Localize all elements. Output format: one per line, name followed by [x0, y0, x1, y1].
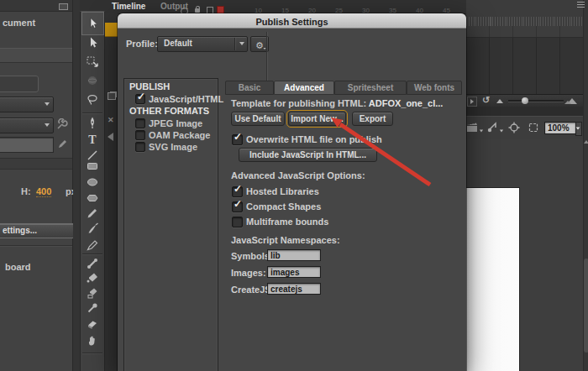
symbols-input[interactable]: [267, 249, 321, 261]
publish-settings-button[interactable]: ettings...: [0, 223, 77, 238]
play-icon: [470, 99, 474, 104]
selection-tool-button[interactable]: [81, 12, 104, 35]
import-new-button[interactable]: Import New...: [288, 112, 346, 126]
check-icon: ✓: [234, 199, 242, 209]
tab-timeline[interactable]: Timeline: [112, 2, 145, 11]
paint-bucket-tool-button[interactable]: [81, 270, 103, 285]
eraser-icon: [86, 317, 99, 331]
hand-tool-button[interactable]: [81, 333, 103, 348]
edit-bar: 100%: [466, 116, 583, 141]
panel-flyout-icon[interactable]: [59, 3, 68, 10]
dialog-title: Publish Settings: [255, 17, 328, 27]
compact-shapes-label[interactable]: Compact Shapes: [246, 201, 321, 212]
export-button[interactable]: Export: [352, 112, 393, 126]
collapsed-panel-icon[interactable]: [108, 92, 116, 100]
oval-icon: [86, 175, 99, 189]
wrench-icon[interactable]: [55, 118, 68, 131]
format-label: OAM Package: [149, 130, 210, 140]
document-dropdown-1[interactable]: [0, 97, 54, 112]
loop-icon[interactable]: ↺: [482, 95, 490, 106]
vertical-scrollbar[interactable]: [583, 0, 588, 371]
overwrite-checkbox[interactable]: ✓: [232, 134, 243, 145]
scrollbar-thumb[interactable]: [584, 259, 588, 353]
format-checkbox[interactable]: [135, 118, 145, 128]
overwrite-checkbox-label[interactable]: Overwrite HTML file on publish: [246, 134, 382, 144]
fps-stepper-stub[interactable]: [0, 76, 39, 92]
height-value[interactable]: 400: [36, 186, 51, 197]
lasso-tool-button[interactable]: [81, 92, 103, 107]
use-default-button[interactable]: Use Default: [231, 112, 285, 126]
center-frame-button[interactable]: [467, 97, 477, 107]
tab-basic[interactable]: Basic: [225, 81, 274, 95]
format-item-oam[interactable]: OAM Package: [124, 129, 218, 141]
section-row[interactable]: [0, 48, 72, 63]
images-input[interactable]: [267, 266, 321, 278]
compact-shapes-checkbox[interactable]: ✓: [232, 201, 243, 212]
createjs-input[interactable]: [267, 283, 321, 295]
brush-tool-button[interactable]: [81, 222, 103, 237]
include-javascript-button[interactable]: Include JavaScript In HTML...: [239, 148, 377, 162]
document-dropdown-2[interactable]: [0, 118, 54, 133]
subselection-tool-button[interactable]: [81, 35, 103, 50]
timeline-frames-area[interactable]: [466, 26, 583, 94]
panel-menu-icon[interactable]: [577, 2, 585, 8]
3d-rotation-icon: [86, 74, 99, 87]
collapse-left-arrow-icon[interactable]: [108, 133, 113, 141]
template-label: Template for publishing HTML: ADFOX_one_…: [231, 98, 443, 108]
stage-zoom-field[interactable]: 100%: [544, 122, 576, 134]
multiframe-bounds-checkbox[interactable]: [232, 217, 243, 227]
text-tool-button[interactable]: T: [81, 133, 103, 148]
paint-brush-tool-button[interactable]: [81, 238, 103, 253]
panel-title-fragment: cument: [3, 18, 35, 28]
stage[interactable]: [464, 187, 520, 371]
publish-formats-list: PUBLISH ✓ JavaScript/HTML OTHER FORMATS …: [123, 78, 218, 371]
bone-icon: [86, 257, 99, 270]
empty-frames-row: [466, 26, 583, 38]
stage-text-input[interactable]: [0, 137, 54, 153]
rectangle-tool-button[interactable]: [81, 159, 103, 174]
publish-settings-button-label: ettings...: [3, 226, 37, 235]
oval-tool-button[interactable]: [81, 175, 103, 190]
hosted-libraries-checkbox[interactable]: ✓: [232, 186, 243, 197]
stage-zoom-dropdown-button[interactable]: [575, 122, 582, 136]
timeline-zoom-slider-handle[interactable]: [522, 97, 528, 104]
clip-content-bounds-icon[interactable]: [528, 122, 539, 133]
format-checkbox[interactable]: [135, 130, 145, 140]
scene-clapperboard-icon[interactable]: [466, 122, 478, 133]
timeline-ruler[interactable]: 55 60 65 70: [466, 0, 583, 26]
onion-skin-marker-icon[interactable]: [496, 99, 503, 103]
polystar-tool-button[interactable]: [81, 191, 103, 206]
tab-spritesheet[interactable]: Spritesheet: [334, 81, 407, 95]
eyedropper-tool-button[interactable]: [81, 300, 103, 316]
free-transform-tool-button[interactable]: [81, 54, 103, 69]
center-stage-crosshair-icon[interactable]: [508, 122, 520, 133]
eraser-tool-button[interactable]: [81, 316, 103, 332]
ink-bottle-tool-button[interactable]: [81, 285, 103, 300]
properties-panel: cument H: 400 px ettings... board: [0, 0, 73, 371]
multiframe-bounds-label[interactable]: Multiframe bounds: [246, 217, 328, 227]
format-checkbox[interactable]: ✓: [135, 94, 145, 104]
format-item-jpeg[interactable]: JPEG Image: [124, 118, 218, 129]
pencil-tool-button[interactable]: [81, 206, 103, 221]
board-label-fragment: board: [5, 262, 31, 272]
edit-symbols-icon[interactable]: [486, 122, 498, 133]
pencil-edit-icon[interactable]: [57, 138, 68, 149]
close-icon[interactable]: ✕: [108, 116, 114, 124]
tab-advanced[interactable]: Advanced: [274, 81, 334, 95]
format-item-svg[interactable]: SVG Image: [124, 141, 218, 153]
format-checkbox[interactable]: [135, 142, 145, 152]
pen-tool-button[interactable]: [81, 115, 103, 130]
scroll-up-icon[interactable]: [584, 140, 588, 144]
3d-rotation-tool-button[interactable]: [81, 73, 103, 88]
hosted-libraries-label[interactable]: Hosted Libraries: [246, 186, 319, 196]
chevron-down-icon: [45, 123, 50, 127]
format-item-javascript-html[interactable]: ✓ JavaScript/HTML: [124, 93, 218, 105]
profile-dropdown[interactable]: Default: [157, 36, 248, 52]
dialog-titlebar[interactable]: Publish Settings: [118, 13, 466, 29]
timeline-layers-strip: [103, 13, 118, 371]
tab-web-fonts[interactable]: Web fonts: [407, 81, 462, 95]
tab-timeline-label: Timeline: [112, 2, 145, 11]
dropdown-divider: [234, 38, 235, 50]
bone-tool-button[interactable]: [81, 256, 103, 271]
timeline-zoom-slider-track[interactable]: [508, 100, 564, 102]
